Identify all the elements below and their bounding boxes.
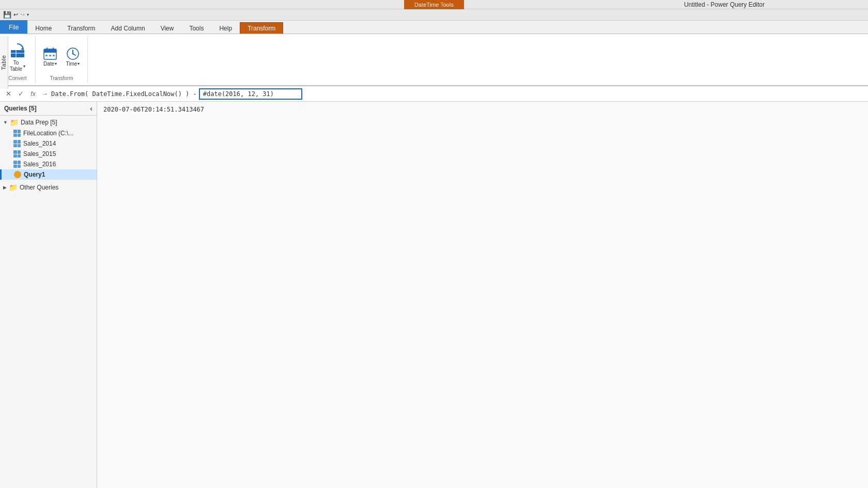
table-rotated-label: Table (0, 36, 8, 89)
collapse-sidebar-button[interactable]: ‹ (90, 104, 92, 113)
sidebar-item-label: FileLocation (C:\... (23, 130, 73, 137)
time-dropdown[interactable]: ▾ (78, 61, 80, 66)
sidebar-item-filelocation[interactable]: FileLocation (C:\... (0, 128, 97, 138)
convert-group-label: Convert (8, 75, 26, 81)
data-prep-group-header[interactable]: ▼ 📁 Data Prep [5] (0, 117, 97, 128)
context-tab-label: DateTime Tools (404, 0, 464, 9)
tab-help[interactable]: Help (211, 22, 240, 34)
transform-group: Date ▾ Time ▾ Transf (36, 36, 88, 83)
ribbon-tabs-row: File Home Transform Add Column View Tool… (0, 21, 868, 34)
redo-icon[interactable]: ↪ (20, 11, 25, 18)
fx-button[interactable]: fx (28, 89, 38, 99)
ribbon-content: ToTable ▾ Convert (0, 34, 868, 86)
other-queries-group-header[interactable]: ▶ 📁 Other Queries (0, 182, 97, 193)
sidebar-item-label: Query1 (24, 171, 45, 178)
quick-access-toolbar: 💾 ↩ ↪ ▾ (0, 9, 868, 21)
sidebar-item-label: Sales_2014 (23, 140, 56, 147)
to-table-label: ToTable (10, 60, 22, 72)
triangle-expand-icon: ▼ (3, 120, 8, 125)
svg-rect-1 (11, 50, 24, 57)
tab-tools[interactable]: Tools (181, 22, 211, 34)
sidebar-header: Queries [5] ‹ (0, 102, 97, 116)
tab-home[interactable]: Home (27, 22, 59, 34)
tab-transform[interactable]: Transform (59, 22, 103, 34)
query-group-data-prep: ▼ 📁 Data Prep [5] FileLocation (C:\... (0, 116, 97, 181)
date-dropdown[interactable]: ▾ (55, 61, 57, 66)
svg-rect-6 (44, 52, 56, 53)
svg-point-15 (72, 53, 74, 54)
to-table-icon (8, 40, 27, 59)
folder-icon: 📁 (10, 118, 19, 127)
data-value: 2020-07-06T20:14:51.3413467 (97, 102, 868, 117)
formula-input-box[interactable]: #date(2016, 12, 31) (199, 88, 302, 100)
folder-icon-yellow: 📁 (9, 183, 18, 192)
time-icon (66, 46, 80, 61)
sidebar: Queries [5] ‹ ▼ 📁 Data Prep [5] FileLoc (0, 102, 97, 488)
cancel-button[interactable]: ✕ (3, 89, 13, 99)
undo-icon[interactable]: ↩ (13, 11, 18, 18)
sidebar-item-sales2014[interactable]: Sales_2014 (0, 138, 97, 149)
table-icon (13, 130, 21, 137)
confirm-button[interactable]: ✓ (16, 89, 26, 99)
table-icon (13, 140, 21, 147)
sidebar-item-sales2016[interactable]: Sales_2016 (0, 159, 97, 169)
svg-rect-9 (45, 55, 48, 56)
triangle-collapse-icon: ▶ (3, 185, 7, 190)
date-button[interactable]: Date ▾ (40, 44, 60, 69)
date-label: Date (43, 61, 54, 67)
svg-rect-10 (49, 55, 51, 56)
formula-bar: ✕ ✓ fx → Date.From( DateTime.FixedLocalN… (0, 86, 868, 102)
query-icon (14, 171, 21, 178)
svg-marker-0 (21, 47, 23, 50)
dropdown-arrow-qat[interactable]: ▾ (27, 12, 29, 17)
main-layout: Queries [5] ‹ ▼ 📁 Data Prep [5] FileLoc (0, 102, 868, 488)
data-prep-label: Data Prep [5] (21, 119, 57, 126)
table-icon (13, 150, 21, 158)
transform-group-label: Transform (50, 75, 73, 81)
tab-transform-context[interactable]: Transform (240, 22, 283, 34)
sidebar-item-label: Sales_2015 (23, 150, 56, 158)
time-label: Time (66, 61, 78, 67)
time-button[interactable]: Time ▾ (63, 44, 83, 69)
sidebar-item-label: Sales_2016 (23, 161, 56, 168)
queries-header-label: Queries [5] (4, 105, 37, 112)
other-queries-label: Other Queries (20, 184, 58, 191)
table-icon (13, 161, 21, 168)
content-area: 2020-07-06T20:14:51.3413467 (97, 102, 868, 488)
date-icon (43, 46, 57, 61)
sidebar-item-query1[interactable]: Query1 (0, 169, 97, 180)
formula-cursor-icon: → (41, 90, 48, 98)
tab-view[interactable]: View (153, 22, 182, 34)
formula-input-text: #date(2016, 12, 31) (203, 90, 274, 98)
title-text: Untitled - Power Query Editor (684, 1, 765, 8)
save-icon[interactable]: 💾 (3, 11, 11, 19)
formula-prefix-text: Date.From( DateTime.FixedLocalNow() ) - (51, 90, 197, 98)
sidebar-item-sales2015[interactable]: Sales_2015 (0, 149, 97, 159)
tab-add-column[interactable]: Add Column (103, 22, 153, 34)
title-bar: DateTime Tools Untitled - Power Query Ed… (0, 0, 868, 9)
tab-file[interactable]: File (0, 20, 27, 34)
svg-rect-11 (53, 55, 55, 56)
query-group-other: ▶ 📁 Other Queries (0, 181, 97, 194)
to-table-dropdown[interactable]: ▾ (23, 64, 25, 69)
